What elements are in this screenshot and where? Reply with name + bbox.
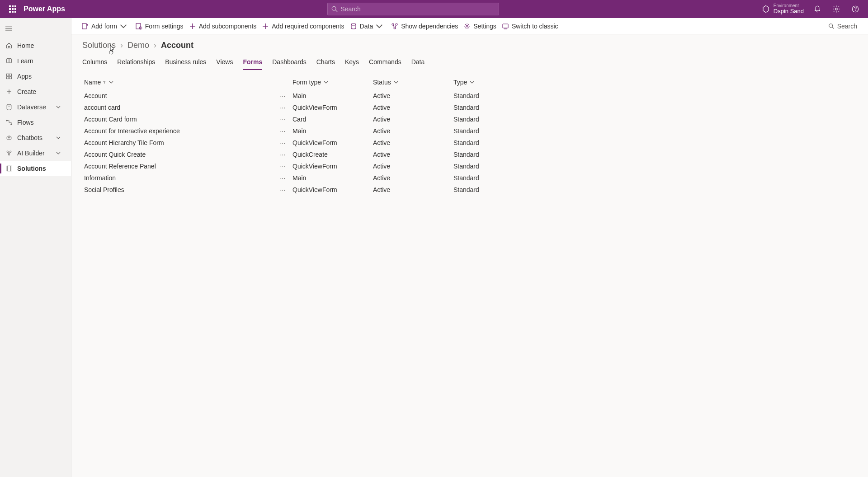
svg-point-25 [11,124,12,125]
row-more-button[interactable]: ··· [277,116,288,123]
row-more-button[interactable]: ··· [277,92,288,99]
sidebar-item-dataverse[interactable]: Dataverse [0,99,71,115]
table-row[interactable]: Information···MainActiveStandard [82,172,857,184]
row-name[interactable]: Information [84,174,277,182]
row-name[interactable]: Account Reference Panel [84,163,277,170]
forms-table: Name Form type Status Type Account···Ma [71,70,868,204]
svg-rect-35 [82,23,86,29]
global-search-input[interactable] [340,5,495,13]
show-dependencies-button[interactable]: Show dependencies [388,18,461,34]
svg-rect-26 [7,136,11,140]
command-search[interactable]: Search [825,23,861,30]
svg-point-11 [835,8,838,10]
data-button[interactable]: Data [347,18,389,34]
row-name[interactable]: account card [84,104,277,111]
tab-forms[interactable]: Forms [243,56,262,70]
row-more-button[interactable]: ··· [277,186,288,193]
chevron-down-icon [56,135,61,140]
chevron-down-icon [470,80,474,84]
tab-business-rules[interactable]: Business rules [165,56,206,70]
svg-point-28 [9,137,10,138]
row-name[interactable]: Social Profiles [84,186,277,193]
sidebar-item-chatbots[interactable]: Chatbots [0,130,71,145]
form-settings-button[interactable]: Form settings [132,18,186,34]
sidebar-item-solutions[interactable]: Solutions [0,161,71,176]
breadcrumb-demo[interactable]: Demo [127,41,149,50]
ai-builder-icon [5,150,13,157]
row-name[interactable]: Account Hierarchy Tile Form [84,139,277,146]
sidebar-item-create[interactable]: Create [0,84,71,99]
svg-rect-3 [9,8,11,10]
apps-icon [5,73,13,80]
tab-views[interactable]: Views [216,56,233,70]
row-name[interactable]: Account [84,92,277,99]
help-button[interactable] [846,0,864,18]
row-name[interactable]: Account Card form [84,116,277,123]
svg-point-30 [7,151,8,152]
table-row[interactable]: Account Quick Create···QuickCreateActive… [82,149,857,160]
sidebar-item-learn[interactable]: Learn [0,53,71,69]
switch-classic-button[interactable]: Switch to classic [499,18,561,34]
row-status: Active [373,127,453,135]
row-name[interactable]: Account Quick Create [84,151,277,158]
add-required-button[interactable]: Add required components [259,18,347,34]
row-status: Active [373,116,453,123]
chevron-down-icon [56,150,61,156]
row-type: Standard [453,139,857,146]
row-more-button[interactable]: ··· [277,139,288,146]
plus-icon [5,88,13,95]
settings-button[interactable]: Settings [461,18,499,34]
column-header-form-type[interactable]: Form type [292,79,373,86]
tab-columns[interactable]: Columns [82,56,107,70]
table-row[interactable]: account card···QuickViewFormActiveStanda… [82,102,857,113]
table-row[interactable]: Social Profiles···QuickViewFormActiveSta… [82,184,857,196]
sidebar-item-ai-builder[interactable]: AI Builder [0,145,71,161]
row-more-button[interactable]: ··· [277,163,288,170]
row-more-button[interactable]: ··· [277,151,288,158]
breadcrumb-separator: › [120,41,123,50]
tab-data[interactable]: Data [411,56,425,70]
row-form-type: Main [292,127,373,135]
table-row[interactable]: Account Card form···CardActiveStandard [82,113,857,125]
add-form-icon [81,23,89,30]
tab-dashboards[interactable]: Dashboards [272,56,307,70]
tab-charts[interactable]: Charts [316,56,335,70]
entity-tabs: Columns Relationships Business rules Vie… [71,56,868,70]
tab-commands[interactable]: Commands [369,56,401,70]
table-row[interactable]: Account for Interactive experience···Mai… [82,125,857,137]
svg-line-48 [393,25,394,27]
chevron-down-icon [56,104,61,110]
global-search[interactable] [327,3,499,15]
sidebar-item-home[interactable]: Home [0,38,71,53]
table-row[interactable]: Account···MainActiveStandard [82,90,857,102]
table-row[interactable]: Account Reference Panel···QuickViewFormA… [82,160,857,172]
notifications-button[interactable] [808,0,826,18]
table-row[interactable]: Account Hierarchy Tile Form···QuickViewF… [82,137,857,149]
sidebar-item-label: Create [17,88,66,95]
row-status: Active [373,174,453,182]
column-header-name[interactable]: Name [82,79,292,86]
environment-picker[interactable]: Environment Dspin Sand [762,3,804,14]
svg-rect-51 [503,24,508,28]
row-type: Standard [453,104,857,111]
row-more-button[interactable]: ··· [277,127,288,135]
sidebar-toggle[interactable] [0,22,71,36]
breadcrumb-solutions[interactable]: Solutions [82,41,116,50]
tab-keys[interactable]: Keys [345,56,359,70]
row-more-button[interactable]: ··· [277,104,288,111]
add-subcomponents-button[interactable]: Add subcomponents [186,18,259,34]
column-header-type[interactable]: Type [453,79,857,86]
svg-line-54 [832,27,834,28]
row-type: Standard [453,163,857,170]
plus-icon [189,23,196,30]
add-form-button[interactable]: Add form [79,18,132,34]
row-name[interactable]: Account for Interactive experience [84,127,277,135]
waffle-menu[interactable] [4,5,22,13]
data-icon [350,23,357,30]
sidebar-item-apps[interactable]: Apps [0,69,71,84]
row-more-button[interactable]: ··· [277,174,288,182]
tab-relationships[interactable]: Relationships [117,56,155,70]
column-header-status[interactable]: Status [373,79,453,86]
sidebar-item-flows[interactable]: Flows [0,115,71,130]
settings-button[interactable] [827,0,845,18]
